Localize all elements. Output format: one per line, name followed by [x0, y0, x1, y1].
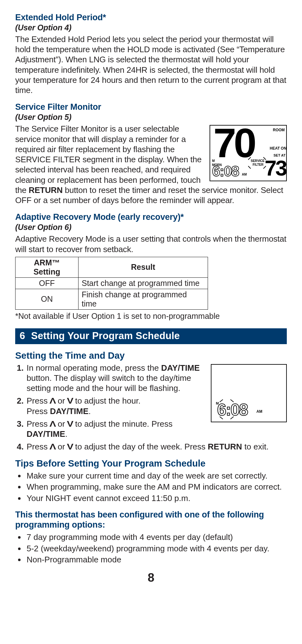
- return-button-ref: RETURN: [29, 185, 63, 195]
- text: .: [89, 406, 91, 416]
- page-number: 8: [15, 571, 287, 585]
- text: to adjust the hour.: [73, 396, 141, 406]
- heading-config-options: This thermostat has been configured with…: [15, 510, 287, 530]
- down-arrow-icon: V: [67, 419, 73, 429]
- list-item: When programming, make sure the AM and P…: [25, 482, 287, 492]
- return-button-ref: RETURN: [208, 442, 242, 451]
- display-am: AM: [242, 173, 247, 176]
- text: button. The display will switch to the d…: [27, 373, 191, 393]
- step-4: Press Λ or V to adjust the day of the we…: [26, 442, 287, 452]
- display-time-2: 6:08: [217, 400, 248, 419]
- table-row: OFF Start change at programmed time: [16, 277, 208, 289]
- down-arrow-icon: V: [67, 442, 73, 452]
- list-item: Non-Programmable mode: [25, 554, 287, 565]
- display-time: 6:08: [212, 163, 239, 179]
- text: to adjust the minute. Press: [73, 419, 173, 429]
- down-arrow-icon: V: [67, 396, 73, 406]
- arm-result-cell: Start change at programmed time: [79, 277, 208, 289]
- text: to exit.: [242, 442, 269, 451]
- text: or: [55, 396, 67, 406]
- text: Press: [27, 406, 50, 416]
- text: In normal operating mode, press the: [27, 363, 161, 373]
- thermostat-display-figure-2: M 6:08 AM: [211, 364, 287, 422]
- thermostat-display-figure-1: 70 ROOM HEAT ON SET AT 73 SERVICE FILTER…: [210, 125, 287, 181]
- display-filter: FILTER: [253, 163, 264, 166]
- section-title-arm: Adaptive Recovery Mode (early recovery)*: [15, 212, 287, 222]
- list-item: 5-2 (weekday/weekend) programming mode w…: [25, 543, 287, 554]
- section-title-service-filter: Service Filter Monitor: [15, 102, 287, 112]
- day-time-button-ref: DAY/TIME: [161, 363, 200, 373]
- banner-number: 6: [20, 330, 25, 341]
- table-header-row: ARM™ Setting Result: [16, 257, 208, 277]
- arm-table: ARM™ Setting Result OFF Start change at …: [15, 257, 208, 310]
- heading-tips: Tips Before Setting Your Program Schedul…: [15, 458, 287, 469]
- display-room-temp: 70: [213, 126, 255, 166]
- text: Press: [27, 396, 50, 406]
- arm-setting-cell: OFF: [16, 277, 79, 289]
- text: or: [55, 419, 67, 429]
- arm-header-result: Result: [79, 257, 208, 277]
- arm-body: Adaptive Recovery Mode is a user setting…: [15, 234, 287, 254]
- text: or: [55, 442, 67, 451]
- day-time-button-ref: DAY/TIME: [50, 406, 89, 416]
- user-option-5: (User Option 5): [15, 113, 287, 122]
- display-heat-on: HEAT ON: [270, 146, 286, 151]
- list-item: Make sure your current time and day of t…: [25, 471, 287, 481]
- user-option-6: (User Option 6): [15, 223, 287, 232]
- list-item: Your NIGHT event cannot exceed 11:50 p.m…: [25, 493, 287, 504]
- config-list: 7 day programming mode with 4 events per…: [15, 532, 287, 565]
- tips-list: Make sure your current time and day of t…: [15, 471, 287, 504]
- display-m: M: [212, 159, 215, 163]
- section-title-extended-hold: Extended Hold Period*: [15, 13, 287, 22]
- display-setpoint: 73: [265, 156, 286, 179]
- up-arrow-icon: Λ: [49, 419, 56, 429]
- svg-line-2: [248, 166, 251, 169]
- section-banner-6: 6 Setting Your Program Schedule: [15, 328, 287, 344]
- up-arrow-icon: Λ: [49, 442, 56, 452]
- text: Press: [27, 419, 50, 429]
- text: .: [65, 429, 67, 439]
- arm-footnote: *Not available if User Option 1 is set t…: [15, 312, 287, 321]
- extended-hold-body: The Extended Hold Period lets you select…: [15, 34, 287, 95]
- up-arrow-icon: Λ: [49, 396, 56, 406]
- text: to adjust the day of the week. Press: [73, 442, 208, 451]
- arm-setting-cell: ON: [16, 289, 79, 309]
- text: Press: [27, 442, 50, 451]
- heading-time-day: Setting the Time and Day: [15, 350, 287, 361]
- list-item: 7 day programming mode with 4 events per…: [25, 532, 287, 543]
- user-option-4: (User Option 4): [15, 23, 287, 32]
- display-am-2: AM: [256, 409, 262, 414]
- text: The Service Filter Monitor is a user sel…: [15, 124, 202, 195]
- arm-header-setting: ARM™ Setting: [16, 257, 79, 277]
- day-time-button-ref: DAY/TIME: [27, 429, 65, 439]
- display-room-label: ROOM: [273, 128, 285, 132]
- arm-result-cell: Finish change at programmed time: [79, 289, 208, 309]
- display-service: SERVICE: [251, 159, 265, 163]
- table-row: ON Finish change at programmed time: [16, 289, 208, 309]
- banner-title: Setting Your Program Schedule: [31, 330, 180, 341]
